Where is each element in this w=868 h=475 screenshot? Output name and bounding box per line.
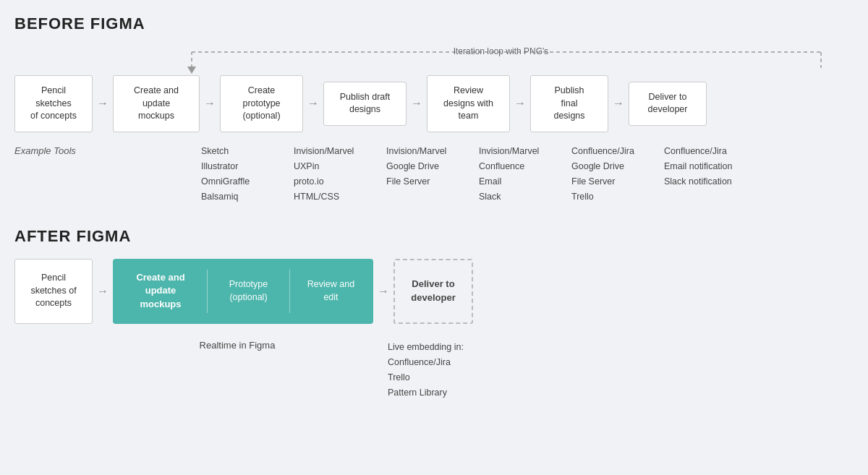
after-step-deliver: Deliver todeveloper xyxy=(393,259,473,324)
step-review: Review designs with team xyxy=(427,75,510,132)
before-title: BEFORE FIGMA xyxy=(14,14,854,33)
tool-col-3: Invision/Marvel Google Drive File Server xyxy=(379,144,472,205)
step-deliver: Deliver to developer xyxy=(629,82,707,126)
after-arrow-1: → xyxy=(93,285,113,298)
step-publish-final: Publish final designs xyxy=(530,75,608,132)
tool-col-6: Confluence/Jira Email notification Slack… xyxy=(657,144,854,205)
teal-review-label: Review andedit xyxy=(300,278,362,304)
tools-columns: Sketch Illustrator OmniGraffle Balsamiq … xyxy=(116,144,854,205)
iteration-loop-label: Iteration loop with PNG's xyxy=(454,46,549,56)
arrow-1: → xyxy=(93,97,113,110)
svg-marker-3 xyxy=(187,67,196,74)
step-mockups: Create and update mockups xyxy=(113,75,200,132)
arrow-6: → xyxy=(608,97,629,110)
teal-divider-2 xyxy=(289,270,290,313)
step-prototype: Create prototype (optional) xyxy=(220,75,303,132)
step-pencil: Pencil sketches of concepts xyxy=(14,75,93,132)
arrow-2: → xyxy=(200,97,220,110)
teal-prototype-label: Prototype(optional) xyxy=(218,278,279,304)
iteration-loop-container: Iteration loop with PNG's xyxy=(156,46,846,75)
tool-col-1: Sketch Illustrator OmniGraffle Balsamiq xyxy=(194,144,286,205)
before-flow-row: Pencil sketches of concepts → Create and… xyxy=(14,75,854,132)
after-step-pencil: Pencil sketches of concepts xyxy=(14,259,93,324)
tool-col-0 xyxy=(116,144,194,205)
tool-col-2: Invision/Marvel UXPin proto.io HTML/CSS xyxy=(286,144,379,205)
arrow-3: → xyxy=(303,97,323,110)
tool-col-4: Invision/Marvel Confluence Email Slack xyxy=(472,144,564,205)
teal-combined-box: Create andupdatemockups Prototype(option… xyxy=(113,259,373,324)
tools-label: Example Tools xyxy=(14,144,116,156)
teal-divider-1 xyxy=(207,270,208,313)
tools-row: Example Tools Sketch Illustrator OmniGra… xyxy=(14,144,854,205)
after-tools-row: Realtime in Figma Live embedding in: Con… xyxy=(14,334,854,401)
realtime-label: Realtime in Figma xyxy=(114,334,360,351)
after-arrow-2: → xyxy=(373,285,393,298)
live-tools-col: Live embedding in: Confluence/Jira Trell… xyxy=(388,334,464,401)
after-title: AFTER FIGMA xyxy=(14,227,854,246)
before-section: BEFORE FIGMA Iteration loop with PNG's P… xyxy=(14,14,854,205)
after-section: AFTER FIGMA Pencil sketches of concepts … xyxy=(14,227,854,401)
step-publish-draft: Publish draft designs xyxy=(323,82,407,126)
arrow-5: → xyxy=(510,97,530,110)
tool-col-5: Confluence/Jira Google Drive File Server… xyxy=(564,144,657,205)
arrow-4: → xyxy=(407,97,427,110)
teal-mockups-label: Create andupdatemockups xyxy=(124,271,197,311)
after-flow-row: Pencil sketches of concepts → Create and… xyxy=(14,259,854,324)
